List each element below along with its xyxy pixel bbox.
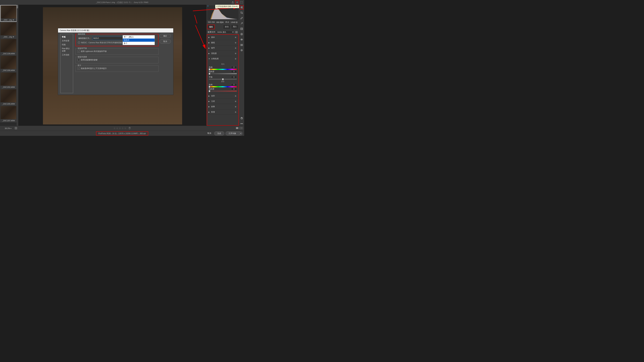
info-icon: i	[78, 41, 80, 44]
svg-point-14	[242, 8, 242, 8]
lightroom-zoom-checkbox[interactable]: ✓	[78, 50, 80, 52]
radial-filter-icon[interactable]	[240, 32, 244, 36]
panel-basic[interactable]: ▶基本◉	[207, 35, 238, 40]
sidebar-item-general[interactable]: 常规	[60, 35, 73, 39]
hover-tooltip-checkbox[interactable]: ✓	[78, 67, 80, 69]
panel-split-toning[interactable]: ▼分离色调◉	[207, 56, 238, 61]
edit-panel: ISO 250800 毫米f/5.61/640 秒 编辑 自动 黑白 配置文件 …	[206, 5, 239, 126]
panel-optics[interactable]: ▶光学◉	[207, 93, 238, 99]
svg-point-29	[242, 124, 243, 124]
sidebar-item-file[interactable]: 文件处理	[60, 39, 73, 43]
highlight-sat-value[interactable]: 0	[231, 70, 237, 73]
balance-slider[interactable]	[209, 79, 237, 80]
svg-rect-5	[236, 31, 236, 32]
sidebar-item-workflow[interactable]: 工作流程	[60, 53, 73, 57]
svg-rect-31	[16, 128, 16, 129]
panel-effects[interactable]: ▶效果◉	[207, 104, 238, 109]
zoom-level[interactable]: 18.1%▾	[5, 127, 12, 129]
preferences-icon[interactable]	[235, 0, 239, 4]
dialog-title: Camera Raw 首选项 (12.3.0.493 版)	[58, 28, 173, 32]
profile-select[interactable]: Adobe 颜色	[216, 30, 234, 34]
cancel-button[interactable]: 取消	[206, 131, 213, 136]
filmstrip-thumb[interactable]: _DSC1205.ARW	[0, 89, 17, 106]
filmstrip-thumb[interactable]: _DSC1202.ARW	[0, 72, 17, 89]
filmstrip-thumb[interactable]: _DSC....dng⚙	[0, 5, 17, 22]
dialog-cancel-button[interactable]: 取消	[160, 39, 171, 43]
filmstrip[interactable]: _DSC....dng⚙_DSC....dng⚙_DSC1199.ARW_DSC…	[0, 5, 18, 126]
watermark: blog.csdn.net/qq_36287702	[220, 133, 242, 135]
filmstrip-thumb[interactable]: _DSC1200.ARW	[0, 56, 17, 72]
svg-point-20	[241, 34, 242, 34]
graduated-filter-icon[interactable]	[240, 27, 244, 31]
panel-calibration[interactable]: ▶校准◉	[207, 109, 238, 115]
svg-rect-32	[236, 127, 238, 129]
more-icon[interactable]	[240, 122, 244, 126]
highlight-sat-slider[interactable]	[209, 73, 237, 74]
svg-point-26	[241, 50, 242, 51]
panel-mixer[interactable]: ▶混色器◉	[207, 51, 238, 56]
edit-panels-container: ▶基本◉ ▶曲线◉ ▶细节◉ ▶混色器◉ ▼分离色调◉ 高光 色相0 饱和度0 …	[207, 34, 239, 126]
dropdown-option-single[interactable]: 单一（默认）	[123, 35, 155, 38]
star-1: ☆	[114, 127, 116, 130]
panel-curve[interactable]: ▶曲线◉	[207, 40, 238, 45]
tab-auto[interactable]: 自动	[223, 25, 230, 29]
tab-edit[interactable]: 编辑	[207, 25, 215, 29]
preset-tool-icon[interactable]	[240, 48, 244, 52]
edit-tool-icon[interactable]	[240, 5, 244, 9]
fullscreen-icon[interactable]	[240, 0, 244, 4]
panel-detail[interactable]: ▶细节◉	[207, 45, 238, 51]
profile-label: 配置文件	[208, 31, 215, 33]
editpanel-behavior-select[interactable]: 响应式▾	[92, 36, 124, 40]
adjustment-brush-icon[interactable]	[240, 21, 244, 25]
svg-point-25	[241, 49, 242, 51]
shadow-sat-value[interactable]: 0	[231, 88, 237, 90]
rating-stars[interactable]: ☆☆☆☆☆	[114, 127, 131, 130]
sidebar-item-performance[interactable]: 性能	[60, 43, 73, 47]
eye-icon: ◉	[235, 36, 237, 38]
star-5: ☆	[124, 127, 126, 130]
highlight-hue-value[interactable]: 0	[231, 66, 237, 68]
shadow-hue-slider[interactable]	[209, 86, 237, 87]
heal-tool-icon[interactable]	[240, 16, 244, 20]
svg-point-27	[241, 124, 241, 124]
filmstrip-thumb[interactable]: _DSC1207.ARW	[0, 106, 17, 122]
bottom-bar: 18.1%▾ ☆☆☆☆☆	[0, 126, 244, 131]
profile-browser-icon[interactable]	[235, 31, 238, 33]
highlight-hue-slider[interactable]	[209, 69, 237, 70]
compare-view-icon[interactable]	[240, 127, 243, 130]
editpanel-behavior-dropdown[interactable]: 单一（默认） 响应式 多个	[122, 35, 155, 45]
legacy-undo-checkbox[interactable]	[78, 59, 80, 61]
svg-point-28	[242, 124, 242, 124]
shadow-sat-slider[interactable]	[209, 91, 237, 92]
crop-tool-icon[interactable]	[240, 11, 244, 15]
svg-rect-7	[236, 32, 236, 33]
svg-marker-4	[208, 6, 208, 6]
share-icon[interactable]	[231, 0, 235, 4]
preferences-dialog: Camera Raw 首选项 (12.3.0.493 版) 常规 文件处理 性能…	[58, 28, 174, 95]
workflow-options-link[interactable]: ProPhoto RGB - 16 位 - 12078 x 10268 (124…	[96, 131, 148, 136]
panel-geometry[interactable]: ▶几何◉	[207, 99, 238, 104]
tab-bw[interactable]: 黑白	[231, 25, 238, 29]
svg-rect-16	[241, 28, 243, 30]
star-4: ☆	[122, 127, 124, 130]
balance-value[interactable]: 0	[231, 76, 237, 78]
fit-icon[interactable]	[15, 127, 17, 130]
dialog-ok-button[interactable]: 确定	[160, 34, 171, 38]
filmstrip-thumb[interactable]: _DSC....dng⚙	[0, 22, 17, 38]
svg-point-15	[242, 22, 243, 23]
filmstrip-scrollbar[interactable]	[16, 5, 18, 126]
footer: ProPhoto RGB - 16 位 - 12078 x 10268 (124…	[0, 131, 244, 136]
svg-point-0	[237, 2, 238, 3]
shadow-hue-value[interactable]: 0	[231, 83, 237, 86]
sidebar-item-raw-defaults[interactable]: Raw 默认设置	[60, 47, 73, 53]
svg-rect-6	[237, 31, 238, 32]
trash-icon[interactable]	[129, 127, 131, 130]
snapshot-tool-icon[interactable]	[240, 43, 244, 47]
filmstrip-thumb[interactable]: _DSC1199.ARW	[0, 39, 17, 55]
window-title: _DSC1199-Pano-1.dng （已选定 11/11 个） - Sony…	[96, 1, 148, 4]
single-view-icon[interactable]	[236, 127, 238, 130]
hand-tool-icon[interactable]	[240, 116, 244, 120]
dropdown-option-responsive[interactable]: 响应式	[123, 38, 155, 42]
dropdown-option-multiple[interactable]: 多个	[123, 42, 155, 45]
redeye-tool-icon[interactable]	[240, 37, 244, 41]
